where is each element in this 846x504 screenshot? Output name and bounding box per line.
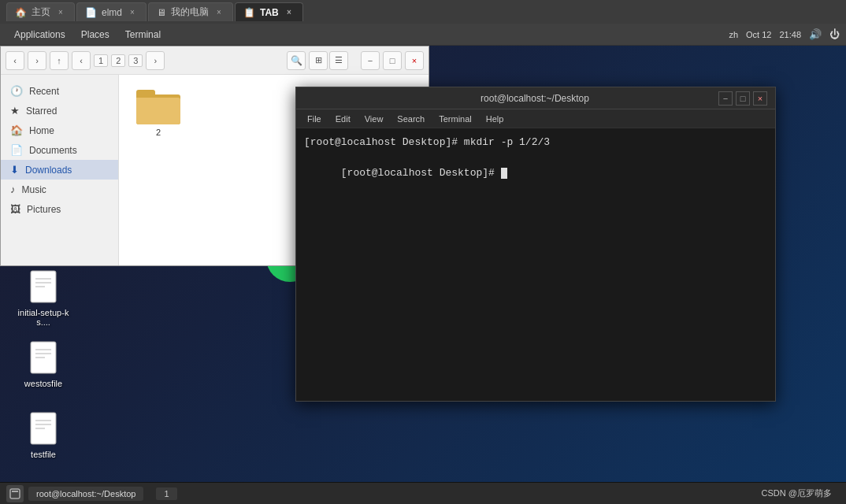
menubar-applications[interactable]: Applications <box>6 27 73 43</box>
terminal-menu-view[interactable]: View <box>358 113 390 125</box>
fm-view-grid[interactable]: ⊞ <box>309 51 328 70</box>
tab-elmd-label: elmd <box>102 7 122 18</box>
tab-elmd-icon: 📄 <box>85 7 97 18</box>
fm-view-list[interactable]: ☰ <box>329 51 348 70</box>
terminal-menu-terminal[interactable]: Terminal <box>432 113 478 125</box>
desktop-icon-testfile-img <box>28 410 59 447</box>
file-svg-2 <box>29 340 58 375</box>
starred-icon: ★ <box>10 105 20 117</box>
fm-sidebar: 🕐 Recent ★ Starred 🏠 Home 📄 Documents ⬇ … <box>1 75 119 265</box>
tab-computer[interactable]: 🖥 我的电脑 × <box>148 2 233 21</box>
system-time: 21:48 <box>779 30 801 39</box>
tab-computer-icon: 🖥 <box>157 7 166 18</box>
file-svg-1 <box>29 269 58 304</box>
pictures-icon: 🖼 <box>10 203 20 215</box>
sidebar-item-documents[interactable]: 📄 Documents <box>1 140 118 160</box>
taskbar-app-label[interactable]: root@localhost:~/Desktop <box>28 487 143 501</box>
terminal-cursor <box>501 168 507 179</box>
music-icon: ♪ <box>10 183 16 195</box>
folder-item-2[interactable]: 2 <box>127 83 190 141</box>
tab-tab-close[interactable]: × <box>284 7 295 18</box>
terminal-content[interactable]: [root@localhost Desktop]# mkdir -p 1/2/3… <box>296 128 775 401</box>
documents-icon: 📄 <box>10 144 23 156</box>
sidebar-downloads-label: Downloads <box>25 165 72 176</box>
svg-rect-13 <box>12 491 18 492</box>
desktop-icon-initial-setup-img <box>28 268 59 306</box>
desktop-icon-westosfile-label: westosfile <box>24 379 62 388</box>
terminal-prompt-2: [root@localhost Desktop]# <box>341 167 501 179</box>
taskbar-bottom-left: root@localhost:~/Desktop <box>0 485 150 502</box>
fm-minimize[interactable]: − <box>361 51 380 70</box>
fm-page-1[interactable]: 1 <box>94 54 108 67</box>
sidebar-item-starred[interactable]: ★ Starred <box>1 101 118 120</box>
fm-nav-next-page[interactable]: › <box>146 51 165 70</box>
terminal-menu-help[interactable]: Help <box>480 113 510 125</box>
app-icon-svg <box>9 488 20 499</box>
sidebar-item-downloads[interactable]: ⬇ Downloads <box>1 160 118 180</box>
folder-label: 2 <box>156 128 161 137</box>
fm-view-buttons: ⊞ ☰ <box>309 51 348 70</box>
fm-page-2[interactable]: 2 <box>111 54 125 67</box>
taskbar-top: 🏠 主页 × 📄 elmd × 🖥 我的电脑 × 📋 TAB × <box>0 0 846 24</box>
sidebar-home-label: Home <box>29 125 54 136</box>
fm-nav-back[interactable]: ‹ <box>6 51 24 70</box>
tab-tab-label: TAB <box>260 7 279 18</box>
system-lang: zh <box>729 30 738 39</box>
terminal-line-1: [root@localhost Desktop]# mkdir -p 1/2/3 <box>304 135 767 150</box>
taskbar-page-indicator[interactable]: 1 <box>156 487 176 500</box>
terminal-menubar: File Edit View Search Terminal Help <box>296 109 775 128</box>
menubar-places[interactable]: Places <box>73 27 117 43</box>
svg-rect-12 <box>10 489 20 498</box>
fm-nav-prev-page[interactable]: ‹ <box>72 51 91 70</box>
fm-page-3[interactable]: 3 <box>128 54 143 67</box>
tab-home-icon: 🏠 <box>15 7 27 18</box>
tab-elmd[interactable]: 📄 elmd × <box>76 2 147 21</box>
fm-nav-up[interactable]: ↑ <box>50 51 69 70</box>
desktop-icon-testfile[interactable]: testfile <box>8 406 79 463</box>
terminal-maximize[interactable]: □ <box>736 91 750 106</box>
desktop-icon-initial-setup[interactable]: initial-setup-ks.... <box>8 264 79 331</box>
tab-computer-label: 我的电脑 <box>171 6 209 19</box>
taskbar-app-icon[interactable] <box>6 485 24 502</box>
tab-home-label: 主页 <box>32 6 50 19</box>
sidebar-item-pictures[interactable]: 🖼 Pictures <box>1 199 118 219</box>
desktop-icon-westosfile[interactable]: westosfile <box>8 335 79 392</box>
taskbar-bottom-right: CSDN @厄罗萌多 <box>748 486 846 501</box>
tab-home-close[interactable]: × <box>55 7 66 18</box>
tab-elmd-close[interactable]: × <box>127 7 138 18</box>
sidebar-recent-label: Recent <box>29 86 59 97</box>
terminal-line-2: [root@localhost Desktop]# <box>304 150 767 197</box>
fm-nav-forward[interactable]: › <box>28 51 46 70</box>
file-svg-3 <box>29 411 58 446</box>
terminal-menu-edit[interactable]: Edit <box>329 113 357 125</box>
sidebar-item-home[interactable]: 🏠 Home <box>1 120 118 140</box>
desktop-icon-initial-setup-label: initial-setup-ks.... <box>12 308 75 327</box>
sidebar-item-music[interactable]: ♪ Music <box>1 180 118 199</box>
folder-icon <box>136 87 180 124</box>
terminal-close[interactable]: × <box>753 91 767 106</box>
fm-maximize[interactable]: □ <box>383 51 402 70</box>
taskbar-bottom: root@localhost:~/Desktop 1 CSDN @厄罗萌多 <box>0 482 846 504</box>
fm-search-button[interactable]: 🔍 <box>287 51 306 70</box>
recent-icon: 🕐 <box>10 85 23 97</box>
terminal-minimize[interactable]: − <box>718 91 733 106</box>
sidebar-music-label: Music <box>22 184 46 195</box>
taskbar-brand: CSDN @厄罗萌多 <box>755 486 838 501</box>
tab-computer-close[interactable]: × <box>213 7 224 18</box>
sidebar-documents-label: Documents <box>29 145 77 156</box>
terminal-menu-search[interactable]: Search <box>391 113 431 125</box>
terminal-window: root@localhost:~/Desktop − □ × File Edit… <box>295 87 776 402</box>
sidebar-item-recent[interactable]: 🕐 Recent <box>1 81 118 101</box>
tab-home[interactable]: 🏠 主页 × <box>6 2 75 21</box>
fm-toolbar: ‹ › ↑ ‹ 1 2 3 › 🔍 ⊞ ☰ − □ × <box>1 46 429 75</box>
menubar-terminal[interactable]: Terminal <box>117 27 169 43</box>
volume-icon[interactable]: 🔊 <box>809 28 822 40</box>
power-icon[interactable]: ⏻ <box>829 28 840 40</box>
terminal-menu-file[interactable]: File <box>301 113 328 125</box>
sidebar-starred-label: Starred <box>26 106 57 117</box>
tab-tab[interactable]: 📋 TAB × <box>235 2 303 21</box>
fm-close[interactable]: × <box>405 51 424 70</box>
system-date: Oct 12 <box>746 30 771 39</box>
downloads-icon: ⬇ <box>10 164 19 176</box>
tab-tab-icon: 📋 <box>243 7 255 18</box>
